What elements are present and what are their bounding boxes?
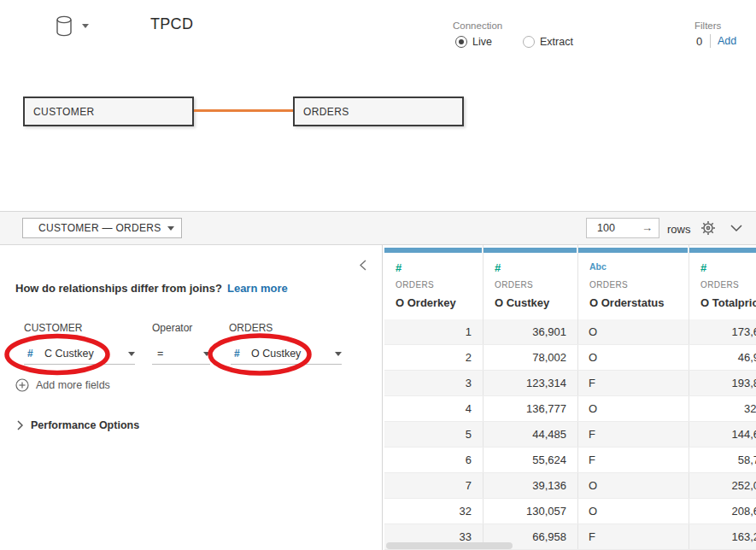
table-row: 739,136O252,0 (384, 473, 756, 499)
column-header-o-orderkey[interactable]: #ORDERSO Orderkey (384, 245, 483, 319)
orders-table-label: ORDERS (303, 106, 349, 118)
table-cell: 32, (689, 396, 756, 421)
question-label: How do relationships differ from joins? (15, 282, 222, 295)
table-cell: 46,9 (689, 345, 756, 370)
database-icon[interactable] (55, 15, 75, 38)
table-cell: 6 (384, 448, 483, 472)
table-cell: F (578, 524, 689, 549)
filters-section-label: Filters (694, 20, 721, 31)
apply-row-limit-arrow-icon[interactable]: → (642, 221, 653, 234)
relationships-question-text: How do relationships differ from joins?L… (15, 282, 288, 295)
table-cell: 78,002 (483, 345, 578, 370)
table-row: 544,485F144,6 (384, 422, 756, 448)
table-cell: 136,777 (483, 396, 578, 421)
column-field-label: O Orderkey (396, 296, 483, 309)
connection-section-label: Connection (453, 20, 502, 31)
datasource-title[interactable]: TPCD (150, 15, 193, 33)
table-cell: 32 (384, 499, 483, 524)
grid-body: 136,901O173,6278,002O46,93123,314F193,84… (384, 319, 756, 550)
data-preview-grid: #ORDERSO Orderkey#ORDERSO CustkeyAbcORDE… (383, 245, 756, 550)
extract-radio-option[interactable]: Extract (523, 35, 573, 48)
add-more-fields-label: Add more fields (36, 379, 110, 391)
number-type-icon: # (396, 261, 483, 274)
data-source-page: TPCD Connection Live Extract Filters 0 A… (0, 0, 756, 550)
grid-settings-gear-icon[interactable] (700, 220, 716, 236)
table-cell: 252,0 (689, 473, 756, 498)
orders-table-node[interactable]: ORDERS (293, 97, 464, 126)
table-cell: O (578, 319, 689, 344)
column-header-o-totalprice[interactable]: #ORDERSO Totalprice (689, 245, 756, 319)
table-cell: O (578, 345, 689, 370)
table-row: 3123,314F193,8 (384, 371, 756, 396)
dropdown-caret-icon (335, 352, 342, 356)
operator-dropdown[interactable]: = (152, 343, 210, 365)
customer-table-label: CUSTOMER (33, 106, 95, 118)
table-cell: 3 (384, 371, 483, 395)
table-cell: 7 (384, 473, 483, 498)
relationship-scope-dropdown[interactable]: CUSTOMER — ORDERS (22, 218, 182, 238)
table-cell: 36,901 (483, 319, 578, 344)
database-menu-caret-icon[interactable] (82, 24, 89, 28)
editor-left-table-label: CUSTOMER (24, 322, 82, 334)
filters-add-link[interactable]: Add (718, 35, 736, 47)
dropdown-caret-icon (128, 352, 135, 356)
performance-options-label: Performance Options (31, 419, 139, 431)
relationship-scope-label: CUSTOMER — ORDERS (38, 222, 167, 234)
table-cell: 208,6 (689, 499, 756, 524)
add-more-fields-button[interactable]: Add more fields (15, 378, 110, 392)
chevron-right-icon (17, 420, 23, 430)
table-cell: O (578, 473, 689, 498)
collapse-panel-chevron-icon[interactable] (360, 260, 366, 271)
table-cell: F (578, 422, 689, 447)
table-cell: 123,314 (483, 371, 578, 395)
dropdown-caret-icon (203, 352, 210, 356)
table-row: 32130,057O208,6 (384, 499, 756, 524)
table-cell: 39,136 (483, 473, 578, 498)
column-field-label: O Custkey (495, 296, 577, 309)
relationship-connector-line[interactable] (194, 109, 293, 112)
table-cell: O (578, 396, 689, 421)
customer-table-node[interactable]: CUSTOMER (23, 97, 194, 126)
left-field-value: C Custkey (44, 348, 128, 360)
learn-more-link[interactable]: Learn more (227, 282, 288, 295)
right-field-value: O Custkey (251, 348, 335, 360)
rows-label: rows (667, 223, 690, 236)
table-cell: 55,624 (483, 448, 578, 472)
table-cell: 130,057 (483, 499, 578, 524)
table-row: 136,901O173,6 (384, 319, 756, 345)
toolbar-chevron-down-icon[interactable] (730, 225, 742, 232)
live-radio-icon[interactable] (455, 36, 467, 48)
column-table-label: ORDERS (495, 280, 577, 290)
right-field-dropdown[interactable]: # O Custkey (231, 343, 342, 365)
column-header-o-orderstatus[interactable]: AbcORDERSO Orderstatus (578, 245, 689, 319)
editor-operator-label: Operator (152, 322, 192, 334)
table-cell: 2 (384, 345, 483, 370)
table-row: 4136,777O32, (384, 396, 756, 422)
left-field-dropdown[interactable]: # C Custkey (24, 343, 135, 365)
column-table-label: ORDERS (700, 280, 756, 290)
grid-header-row: #ORDERSO Orderkey#ORDERSO CustkeyAbcORDE… (384, 245, 756, 319)
table-cell: 5 (384, 422, 483, 447)
column-field-label: O Totalprice (700, 296, 756, 309)
table-cell: 173,6 (689, 319, 756, 344)
table-cell: F (578, 448, 689, 472)
column-field-label: O Orderstatus (589, 296, 689, 309)
filters-divider (710, 34, 711, 48)
filters-count: 0 (696, 35, 702, 48)
table-cell: O (578, 499, 689, 524)
number-field-icon: # (234, 348, 244, 360)
abc-type-icon: Abc (589, 261, 689, 274)
column-table-label: ORDERS (396, 280, 483, 290)
number-type-icon: # (495, 261, 577, 274)
table-cell: 163,2 (689, 524, 756, 549)
table-cell: 4 (384, 396, 483, 421)
horizontal-scrollbar-thumb[interactable] (386, 542, 513, 549)
row-limit-input[interactable] (587, 219, 643, 237)
row-limit-box: → (586, 218, 659, 238)
live-radio-option[interactable]: Live (455, 35, 492, 48)
column-header-o-custkey[interactable]: #ORDERSO Custkey (483, 245, 578, 319)
performance-options-toggle[interactable]: Performance Options (17, 419, 139, 431)
extract-radio-icon[interactable] (523, 36, 535, 48)
live-radio-label: Live (472, 36, 492, 48)
dropdown-caret-icon (167, 226, 174, 231)
